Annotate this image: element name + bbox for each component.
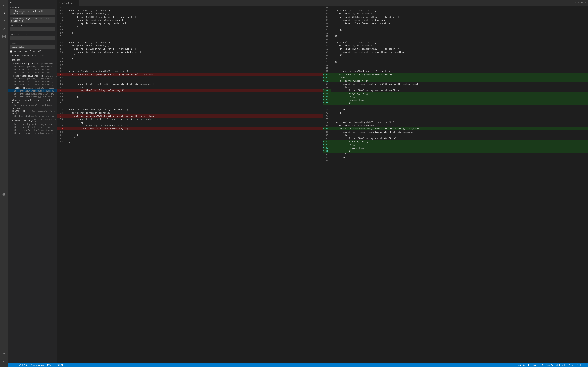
code-line: 67- .map((key) => ({ key, value: key })) [57, 89, 322, 92]
flow-coverage-item[interactable]: Flow coverage 79% [30, 363, 51, 367]
match-item-0-1[interactable]: it(`basic test`, async function () { [8, 68, 57, 71]
ln-col-item[interactable]: Ln 63, Col 1 [514, 363, 530, 367]
use-prettier-checkbox[interactable] [10, 50, 12, 53]
run-debug-icon[interactable] [0, 25, 8, 33]
tab-close-icon-trietest[interactable]: ✕ [74, 2, 77, 4]
warning-icon [24, 364, 26, 366]
line-number: 58 [323, 57, 331, 60]
match-item-0-2[interactable]: it(`loose test`, async function () { [8, 71, 57, 74]
code-line: 50 } [57, 31, 322, 34]
left-code-editor[interactable]: 4243 describe(`.get()`, function () {44 … [57, 6, 322, 363]
file-header-1[interactable]: ▾ TabularSettingsV2Parser.js src/univers… [8, 74, 57, 77]
prettier-item[interactable]: Prettier [576, 363, 587, 367]
svg-point-5 [3, 20, 3, 20]
line-number: 47 [57, 22, 65, 25]
line-content: keys [65, 121, 322, 124]
line-number: 62 [57, 70, 65, 73]
match-item-5-2[interactable]: it(`creates DetectedConnectionChannels .… [8, 129, 57, 132]
line-number: 71+ [323, 95, 331, 99]
line-content: keys.includes(key) ? key : undefined [331, 22, 588, 25]
line-number: 52 [57, 38, 65, 41]
errors-item[interactable]: 0 0 [18, 363, 28, 367]
file-group-3: ▾ changing-channel-to-and-from-bit-extra… [8, 99, 57, 107]
files-include-input[interactable] [10, 27, 55, 31]
match-item-4-0[interactable]: it(`deleted channels go na`, async funct… [8, 115, 57, 118]
line-content: describe(`.entriesStartingWith()`, funct… [65, 70, 322, 73]
navigate-down-icon[interactable]: ↓ [577, 1, 580, 4]
match-item-1-2[interactable]: it(`loose test`, async function () { [8, 83, 57, 86]
code-line: 65+ )})`, async function (t) { [323, 79, 588, 83]
line-content: for (const suffix of searches) { [65, 111, 322, 115]
split-editor-icon[interactable]: ⊟ [581, 1, 583, 4]
match-item-3-0[interactable]: it(`changing channel to and from bit ext… [8, 104, 57, 107]
line-number: 58 [57, 57, 65, 60]
match-item-2-1[interactable]: it(`.entriesEndingWith(${JSON.stringify(… [8, 92, 57, 95]
settings-icon[interactable] [0, 358, 8, 366]
line-content: expect([...trie.entriesStartingWith(pref… [65, 83, 322, 86]
editor-top-icons: ↑ ↓ ⊟ ⋯ [573, 0, 588, 5]
file-header-2[interactable]: ▾ TrieTest.js src/universal/util/__tests… [8, 86, 57, 90]
code-line: 80+ test(`.entriesEndingWith(${JSON.stri… [323, 127, 588, 130]
sync-item[interactable]: ↻ [14, 363, 17, 367]
match-item-0-0[interactable]: it(`error: ${error}`, async function () … [8, 65, 57, 68]
parser-select[interactable]: recast/babel/auto [10, 45, 55, 49]
line-content: .filter((key) => key.endsWith(suffix)) [65, 124, 322, 127]
match-item-5-0[interactable]: it(`connecting works`, async function ()… [8, 123, 57, 126]
code-line: 71 }) [57, 101, 322, 105]
matches-header[interactable]: ▾ MATCHES [8, 58, 57, 62]
match-item-1-1[interactable]: it(`basic test`, async function () { [8, 80, 57, 83]
right-code-editor[interactable]: 4243 describe(`.get()`, function () {44 … [323, 6, 588, 363]
extensions-icon[interactable] [0, 33, 8, 41]
line-number: 66 [323, 83, 331, 86]
match-item-5-3[interactable]: it(`sets correct data type when mapping … [8, 132, 57, 135]
sidebar-more-icon[interactable]: ⋯ [53, 1, 55, 4]
file-header-3[interactable]: ▾ changing-channel-to-and-from-bit-extra… [8, 99, 57, 104]
file-header-5[interactable]: ▾ ethernetIPTests.js test/integration/et… [8, 118, 57, 123]
code-line: 64 [57, 76, 322, 79]
line-content: .filter((key) => key.startsWith(prefix)) [331, 89, 588, 92]
file-header-0[interactable]: ▾ TabularSettingsVIParser.js src/univers… [8, 62, 57, 65]
lang-item[interactable]: JavaScript React [546, 363, 566, 367]
code-line: 59 }) [57, 60, 322, 63]
file-name-2: TrieTest.js [12, 87, 25, 89]
use-prettier-label[interactable]: Use Prettier if Available [13, 50, 43, 53]
line-content: ) [65, 130, 322, 134]
match-item-2-0[interactable]: it(`.entriesStartingWith(${JSON.stringif… [8, 90, 57, 92]
code-line: 81 }) [57, 133, 322, 137]
line-number: 59 [323, 60, 331, 63]
file-caret-icon-3: ▾ [10, 100, 11, 102]
line-number: 42 [57, 6, 65, 9]
file-group-0: ▾ TabularSettingsVIParser.js src/univers… [8, 62, 57, 74]
lang-text: JavaScript React [546, 364, 565, 366]
line-content: })) [331, 150, 588, 153]
navigate-up-icon[interactable]: ↑ [574, 1, 577, 4]
tab-tritest[interactable]: TrieTest.js ✕ [57, 0, 79, 6]
source-control-icon[interactable] [0, 17, 8, 25]
files-exclude-input[interactable] [10, 36, 55, 40]
flow-item[interactable]: Flow [568, 363, 574, 367]
match-item-5-1[interactable]: it(`reconnects after port change`, async… [8, 126, 57, 129]
line-number: 77 [57, 121, 65, 124]
code-line: 72+ value: key, [323, 99, 588, 102]
line-number: 74 [323, 105, 331, 108]
snippet-1[interactable]: it($desc, async function () { $$$body }) [10, 9, 55, 15]
account-icon[interactable] [0, 350, 8, 358]
file-header-4[interactable]: ▾ deleted-channels-go-na.js test/integra… [8, 107, 57, 115]
explorer-icon[interactable] [0, 1, 8, 9]
line-number: 85+ [323, 143, 331, 146]
file-name-3: changing-channel-to-and-from-bit-extract… [12, 99, 54, 104]
line-number: 52 [323, 38, 331, 41]
code-line: 50 } [323, 31, 588, 34]
remote-icon[interactable] [0, 191, 8, 199]
spaces-item[interactable]: Spaces: 2 [532, 363, 544, 367]
line-content: it(`.get(${JSON.stringify(key)})`, funct… [331, 15, 588, 19]
line-number: 67 [57, 86, 65, 89]
search-icon[interactable] [0, 9, 8, 17]
match-item-1-0[interactable]: it(`error: ${error}`, async function () … [8, 77, 57, 80]
line-number: 61 [323, 67, 331, 70]
search-section-label[interactable]: ▾ SEARCH [10, 6, 55, 8]
editor-more-icon[interactable]: ⋯ [584, 1, 587, 4]
snippet-2[interactable]: test($desc, async function (t) { $$$body… [10, 17, 55, 23]
match-item-2-2[interactable]: it(`.entriesIncluding(${JSON.stringify(i… [8, 95, 57, 98]
code-line: 60 [57, 63, 322, 67]
